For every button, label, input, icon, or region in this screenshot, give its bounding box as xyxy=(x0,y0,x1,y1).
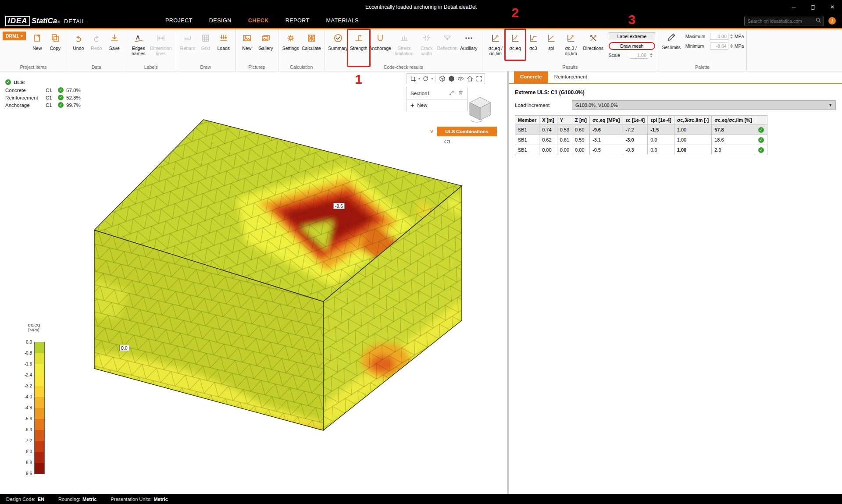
solid-cube-button[interactable] xyxy=(447,74,456,83)
maximize-button[interactable]: ▢ xyxy=(803,0,823,14)
mesh-3d-view[interactable] xyxy=(0,71,507,494)
section-row[interactable]: Section1 xyxy=(407,87,467,99)
anchorage-button[interactable]: Anchorage xyxy=(369,31,392,62)
sceq-sclim-chart-icon: % xyxy=(491,32,500,44)
edges-names-button[interactable]: A Edges names xyxy=(129,31,148,62)
minimum-stepper[interactable] xyxy=(730,44,733,48)
ribbon-group-data: Undo Redo Save Data xyxy=(67,29,126,71)
registered-mark: ® xyxy=(57,20,60,24)
ribbon-group-code-check-results: Summary 1 Strength Anchorage Stress limi… xyxy=(325,29,482,71)
menu-materials[interactable]: MATERIALS xyxy=(318,14,367,28)
wireframe-cube-button[interactable] xyxy=(438,74,446,83)
deflection-button[interactable]: Deflection xyxy=(437,31,458,62)
group-label-pictures: Pictures xyxy=(238,64,275,71)
sc3-sclim-result-button[interactable]: % σc,3 / σc,lim xyxy=(560,31,582,62)
toolbar-separator xyxy=(435,75,436,82)
edit-pencil-icon[interactable] xyxy=(449,90,455,97)
results-tabs: Concrete Reinforcement xyxy=(509,71,842,84)
presentation-units-status: Presentation Units: Metric xyxy=(111,497,168,502)
copy-button[interactable]: Copy xyxy=(46,31,64,62)
save-button[interactable]: Save xyxy=(106,31,123,62)
stress-limitation-button[interactable]: Stress limitation xyxy=(392,31,417,62)
new-project-item-button[interactable]: New xyxy=(29,31,46,62)
calculate-button[interactable]: Calculate xyxy=(301,31,322,62)
load-increment-select[interactable]: G100.0%, V100.0% ▼ xyxy=(572,100,836,110)
info-icon[interactable]: i xyxy=(828,17,836,25)
grid-button[interactable]: Grid xyxy=(197,31,214,62)
rotate-view-button[interactable] xyxy=(421,74,430,83)
annotation-number-2: 2 xyxy=(511,6,519,19)
combination-item-c1[interactable]: C1 xyxy=(444,139,451,144)
chevron-down-icon[interactable]: ▾ xyxy=(417,77,421,81)
maximum-stepper[interactable] xyxy=(730,34,733,39)
check-circle-icon xyxy=(758,147,764,153)
new-picture-button[interactable]: New xyxy=(238,31,256,62)
delete-trash-icon[interactable] xyxy=(458,90,464,97)
group-label-code-check-results: Code-check results xyxy=(328,64,479,71)
draw-mesh-toggle[interactable]: 3 Draw mesh xyxy=(609,42,655,50)
directions-arrows-icon xyxy=(589,32,598,44)
label-extreme-toggle[interactable]: Label extreme xyxy=(609,32,655,40)
tab-concrete[interactable]: Concrete xyxy=(514,71,548,83)
minimum-input[interactable]: -9.64 xyxy=(710,43,728,50)
model-canvas[interactable]: ULS: Concrete C1 57.8% Reinforcement C1 … xyxy=(0,71,507,494)
set-limits-button[interactable]: Set limits xyxy=(661,31,682,50)
uls-combinations-header[interactable]: ULS Combinations xyxy=(437,127,497,136)
redo-button[interactable]: Redo xyxy=(88,31,105,62)
auxiliary-button[interactable]: Auxiliary xyxy=(458,31,479,62)
section-cut-button[interactable] xyxy=(408,74,417,83)
tab-reinforcement[interactable]: Reinforcement xyxy=(548,71,593,83)
peak-value-label: -9.6 xyxy=(333,203,345,209)
table-row[interactable]: SB1 0.74 0.53 0.60 -9.6 -7.2 -1.5 1.00 5… xyxy=(515,125,767,135)
menu-design[interactable]: DESIGN xyxy=(201,14,240,28)
chevron-down-icon: ▾ xyxy=(21,34,23,38)
idea-logo: IDEA xyxy=(5,16,30,26)
sc3-result-button[interactable]: σc3 xyxy=(524,31,542,62)
view-projection-button[interactable] xyxy=(456,74,465,83)
scale-stepper[interactable] xyxy=(650,53,653,57)
rebars-button[interactable]: Rebars xyxy=(179,31,196,62)
menubar: IDEA StatiCa ® DETAIL PROJECT DESIGN CHE… xyxy=(0,14,842,29)
chevron-down-icon[interactable]: ▾ xyxy=(431,77,434,81)
summary-button[interactable]: Summary xyxy=(328,31,349,62)
deflection-icon xyxy=(442,32,452,44)
view-cube[interactable] xyxy=(466,94,495,125)
search-input[interactable] xyxy=(747,18,815,24)
strength-button[interactable]: 1 Strength xyxy=(349,31,368,62)
loads-button[interactable]: Loads xyxy=(215,31,232,62)
minimize-button[interactable]: ─ xyxy=(784,0,803,14)
home-view-button[interactable] xyxy=(465,74,474,83)
legend-title: σc,eq xyxy=(18,322,49,327)
uls-row-concrete: Concrete C1 57.8% xyxy=(5,87,81,93)
results-table: Member X [m] Y Z [m] σc,eq [MPa] εc [1e-… xyxy=(515,115,767,155)
directions-button[interactable]: Directions xyxy=(582,31,605,62)
zoom-fit-button[interactable] xyxy=(475,74,483,83)
search-box[interactable] xyxy=(744,17,824,25)
gallery-button[interactable]: Gallery xyxy=(256,31,275,62)
epl-result-button[interactable]: εpl xyxy=(542,31,560,62)
statica-logo: StatiCa xyxy=(32,17,57,25)
close-button[interactable]: ✕ xyxy=(823,0,842,14)
sceq-sclim-result-button[interactable]: % σc,eq / σc,lim xyxy=(485,31,506,62)
drm1-dropdown[interactable]: DRM1 ▾ xyxy=(3,32,26,40)
scale-input[interactable]: 1.00 xyxy=(630,52,648,59)
chevron-down-icon[interactable]: ˅ xyxy=(430,128,433,135)
table-row[interactable]: SB1 0.00 0.00 0.00 -0.5 -0.3 0.0 1.00 2.… xyxy=(515,145,767,155)
dimension-lines-button[interactable]: Dimension lines xyxy=(149,31,173,62)
minimum-label: Minimum xyxy=(685,43,708,49)
table-row[interactable]: SB1 0.62 0.61 0.59 -3.1 -3.0 0.0 1.00 18… xyxy=(515,135,767,145)
sceq-result-button[interactable]: 2 σc,eq xyxy=(507,31,524,62)
window-titlebar: Eccentrically loaded anchoring in Detail… xyxy=(0,0,842,14)
undo-button[interactable]: Undo xyxy=(70,31,87,62)
menu-check[interactable]: CHECK xyxy=(240,14,277,28)
crack-width-button[interactable]: Crack width xyxy=(417,31,436,62)
new-document-icon xyxy=(32,32,42,44)
settings-button[interactable]: Settings xyxy=(281,31,300,62)
menu-report[interactable]: REPORT xyxy=(277,14,318,28)
new-section-button[interactable]: + New xyxy=(407,99,467,111)
search-area: i xyxy=(744,17,842,25)
menu-project[interactable]: PROJECT xyxy=(157,14,201,28)
check-circle-icon xyxy=(58,95,64,100)
edge-value-label: 0.0 xyxy=(119,345,129,351)
maximum-input[interactable]: 0.00 xyxy=(710,33,728,40)
